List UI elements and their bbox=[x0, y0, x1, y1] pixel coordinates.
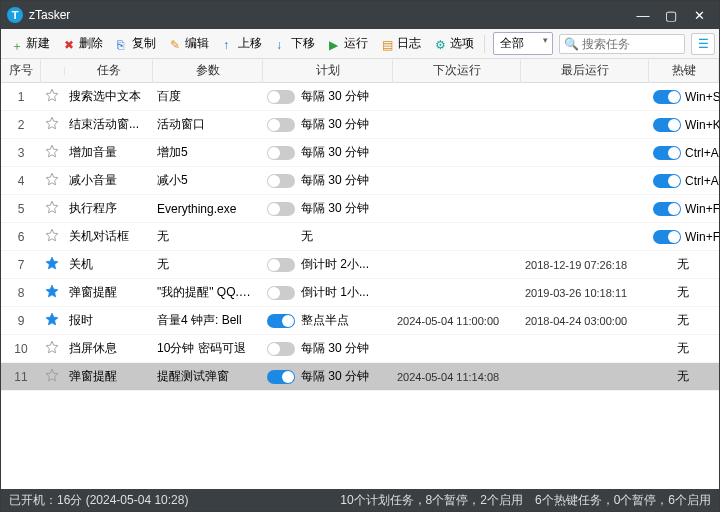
copy-button[interactable]: ⎘复制 bbox=[111, 32, 162, 55]
cell-hotkey: Ctrl+Alt+↑ bbox=[649, 146, 719, 160]
plan-text: 倒计时 2小... bbox=[301, 256, 369, 273]
table-row[interactable]: 1搜索选中文本百度每隔 30 分钟Win+S bbox=[1, 83, 719, 111]
run-button[interactable]: ▶运行 bbox=[323, 32, 374, 55]
app-logo-icon: T bbox=[7, 7, 23, 23]
table-row[interactable]: 9报时音量4 钟声: Bell整点半点2024-05-04 11:00:0020… bbox=[1, 307, 719, 335]
maximize-button[interactable]: ▢ bbox=[657, 8, 685, 23]
plan-toggle[interactable] bbox=[267, 146, 295, 160]
star-icon bbox=[45, 340, 59, 354]
favorite-star[interactable] bbox=[41, 172, 65, 189]
status-bar: 已开机：16分 (2024-05-04 10:28) 10个计划任务，8个暂停，… bbox=[1, 489, 719, 511]
table-row[interactable]: 5执行程序Everything.exe每隔 30 分钟Win+F bbox=[1, 195, 719, 223]
options-label: 选项 bbox=[450, 35, 474, 52]
cell-plan: 每隔 30 分钟 bbox=[263, 200, 393, 217]
hotkey-toggle[interactable] bbox=[653, 174, 681, 188]
favorite-star[interactable] bbox=[41, 88, 65, 105]
favorite-star[interactable] bbox=[41, 144, 65, 161]
plan-toggle[interactable] bbox=[267, 118, 295, 132]
delete-label: 删除 bbox=[79, 35, 103, 52]
cell-seq: 7 bbox=[1, 258, 41, 272]
plan-toggle[interactable] bbox=[267, 370, 295, 384]
close-button[interactable]: ✕ bbox=[685, 8, 713, 23]
options-button[interactable]: ⚙选项 bbox=[429, 32, 480, 55]
log-button[interactable]: ▤日志 bbox=[376, 32, 427, 55]
cell-param: 减小5 bbox=[153, 172, 263, 189]
col-next[interactable]: 下次运行 bbox=[393, 58, 521, 83]
star-icon bbox=[45, 88, 59, 102]
favorite-star[interactable] bbox=[41, 228, 65, 245]
favorite-star[interactable] bbox=[41, 340, 65, 357]
title-bar: T zTasker — ▢ ✕ bbox=[1, 1, 719, 29]
cell-plan: 每隔 30 分钟 bbox=[263, 144, 393, 161]
plan-toggle[interactable] bbox=[267, 286, 295, 300]
col-param[interactable]: 参数 bbox=[153, 58, 263, 83]
search-input[interactable] bbox=[582, 37, 680, 51]
search-box[interactable]: 🔍 bbox=[559, 34, 685, 54]
col-hotkey[interactable]: 热键 bbox=[649, 58, 719, 83]
hotkey-toggle[interactable] bbox=[653, 230, 681, 244]
col-task[interactable]: 任务 bbox=[65, 58, 153, 83]
plan-toggle[interactable] bbox=[267, 314, 295, 328]
col-last[interactable]: 最后运行 bbox=[521, 58, 649, 83]
delete-button[interactable]: ✖删除 bbox=[58, 32, 109, 55]
favorite-star[interactable] bbox=[41, 116, 65, 133]
minimize-button[interactable]: — bbox=[629, 8, 657, 23]
filter-dropdown[interactable]: 全部 bbox=[493, 32, 553, 55]
cell-task: 报时 bbox=[65, 312, 153, 329]
cell-plan: 每隔 30 分钟 bbox=[263, 172, 393, 189]
col-seq[interactable]: 序号 bbox=[1, 58, 41, 83]
cell-seq: 10 bbox=[1, 342, 41, 356]
plan-toggle[interactable] bbox=[267, 202, 295, 216]
movedown-button[interactable]: ↓下移 bbox=[270, 32, 321, 55]
cell-plan: 倒计时 1小... bbox=[263, 284, 393, 301]
table-row[interactable]: 6关机对话框无无Win+F4 bbox=[1, 223, 719, 251]
cell-hotkey: Win+F4 bbox=[649, 230, 719, 244]
cell-task: 挡屏休息 bbox=[65, 340, 153, 357]
moveup-button[interactable]: ↑上移 bbox=[217, 32, 268, 55]
cell-hotkey: 无 bbox=[649, 312, 719, 329]
edit-button[interactable]: ✎编辑 bbox=[164, 32, 215, 55]
log-label: 日志 bbox=[397, 35, 421, 52]
cell-hotkey: 无 bbox=[649, 368, 719, 385]
col-plan[interactable]: 计划 bbox=[263, 58, 393, 83]
hotkey-toggle[interactable] bbox=[653, 146, 681, 160]
plan-text: 每隔 30 分钟 bbox=[301, 172, 369, 189]
plan-toggle[interactable] bbox=[267, 258, 295, 272]
movedown-label: 下移 bbox=[291, 35, 315, 52]
list-icon: ☰ bbox=[698, 37, 709, 51]
hotkey-toggle[interactable] bbox=[653, 118, 681, 132]
table-row[interactable]: 3增加音量增加5每隔 30 分钟Ctrl+Alt+↑ bbox=[1, 139, 719, 167]
cell-task: 关机 bbox=[65, 256, 153, 273]
favorite-star[interactable] bbox=[41, 200, 65, 217]
hotkey-toggle[interactable] bbox=[653, 90, 681, 104]
plan-toggle[interactable] bbox=[267, 174, 295, 188]
star-icon bbox=[45, 256, 59, 270]
list-view-button[interactable]: ☰ bbox=[691, 33, 715, 55]
cell-task: 增加音量 bbox=[65, 144, 153, 161]
x-icon: ✖ bbox=[64, 38, 76, 50]
status-hotkey-summary: 6个热键任务，0个暂停，6个启用 bbox=[535, 492, 711, 509]
col-star[interactable] bbox=[41, 67, 65, 75]
plan-text: 每隔 30 分钟 bbox=[301, 116, 369, 133]
table-row[interactable]: 8弹窗提醒"我的提醒" QQ.wav倒计时 1小...2019-03-26 10… bbox=[1, 279, 719, 307]
star-icon bbox=[45, 228, 59, 242]
table-row[interactable]: 11弹窗提醒提醒测试弹窗每隔 30 分钟2024-05-04 11:14:08无 bbox=[1, 363, 719, 391]
plan-toggle[interactable] bbox=[267, 90, 295, 104]
new-button[interactable]: ＋新建 bbox=[5, 32, 56, 55]
plan-toggle[interactable] bbox=[267, 342, 295, 356]
favorite-star[interactable] bbox=[41, 284, 65, 301]
cell-task: 关机对话框 bbox=[65, 228, 153, 245]
table-row[interactable]: 4减小音量减小5每隔 30 分钟Ctrl+Alt+↓ bbox=[1, 167, 719, 195]
toolbar: ＋新建 ✖删除 ⎘复制 ✎编辑 ↑上移 ↓下移 ▶运行 ▤日志 ⚙选项 全部 🔍… bbox=[1, 29, 719, 59]
table-row[interactable]: 2结束活动窗...活动窗口每隔 30 分钟Win+K bbox=[1, 111, 719, 139]
play-icon: ▶ bbox=[329, 38, 341, 50]
favorite-star[interactable] bbox=[41, 368, 65, 385]
hotkey-toggle[interactable] bbox=[653, 202, 681, 216]
cell-param: 无 bbox=[153, 228, 263, 245]
cell-param: 音量4 钟声: Bell bbox=[153, 312, 263, 329]
table-row[interactable]: 10挡屏休息10分钟 密码可退每隔 30 分钟无 bbox=[1, 335, 719, 363]
favorite-star[interactable] bbox=[41, 312, 65, 329]
favorite-star[interactable] bbox=[41, 256, 65, 273]
toolbar-separator bbox=[484, 35, 485, 53]
table-row[interactable]: 7关机无倒计时 2小...2018-12-19 07:26:18无 bbox=[1, 251, 719, 279]
